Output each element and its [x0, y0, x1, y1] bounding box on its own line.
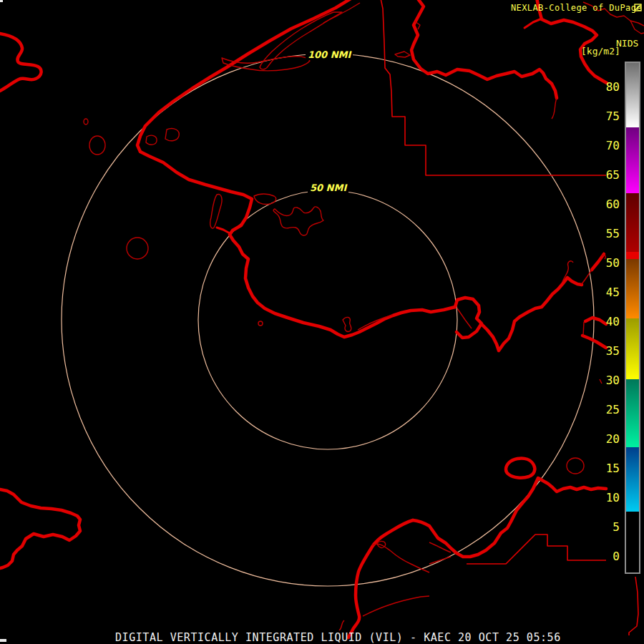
colorbar-tick-label: 45 [592, 287, 620, 298]
colorbar-tick-label: 80 [592, 82, 620, 93]
colorbar-tick-label: 10 [592, 492, 620, 504]
colorbar-tick-label: 60 [592, 199, 620, 210]
color-scale-tick-labels: 80757065605550454035302520151050 [592, 62, 620, 571]
colorbar-tick-label: 35 [592, 346, 620, 357]
radar-map [0, 0, 644, 644]
colorbar-tick-label: 30 [592, 375, 620, 386]
range-ring-label-100nmi: 100 NMI [306, 50, 353, 60]
vil-color-scale [625, 62, 640, 574]
colorbar-units: [kg/m2] [581, 46, 620, 57]
radar-display: 100 NMI 50 NMI NEXLAB-College of DuPage … [0, 0, 644, 644]
screen-artifact [0, 639, 6, 642]
colorbar-tick-label: 20 [592, 434, 620, 445]
shoreline-detail-overlay [84, 2, 644, 630]
colorbar-tick-label: 0 [592, 551, 620, 562]
colorbar-tick-label: 40 [592, 316, 620, 328]
colorbar-tick-label: 5 [592, 522, 620, 533]
colorbar-tick-label: 50 [592, 258, 620, 269]
colorbar-tick-label: 25 [592, 404, 620, 416]
product-caption: DIGITAL VERTICALLY INTEGRATED LIQUID (VI… [115, 631, 561, 644]
colorbar-tick-label: 70 [592, 140, 620, 152]
colorbar-tick-label: 55 [592, 228, 620, 240]
colorbar-tick-label: 15 [592, 463, 620, 474]
colorbar-tick-label: 75 [592, 111, 620, 122]
screen-artifact [0, 0, 3, 2]
site-title: NEXLAB-College of DuPage [511, 3, 642, 13]
range-ring-label-50nmi: 50 NMI [308, 183, 348, 193]
coastline-overlay [0, 0, 607, 638]
colorbar-tick-label: 65 [592, 170, 620, 181]
dupage-logo-icon [634, 4, 642, 11]
